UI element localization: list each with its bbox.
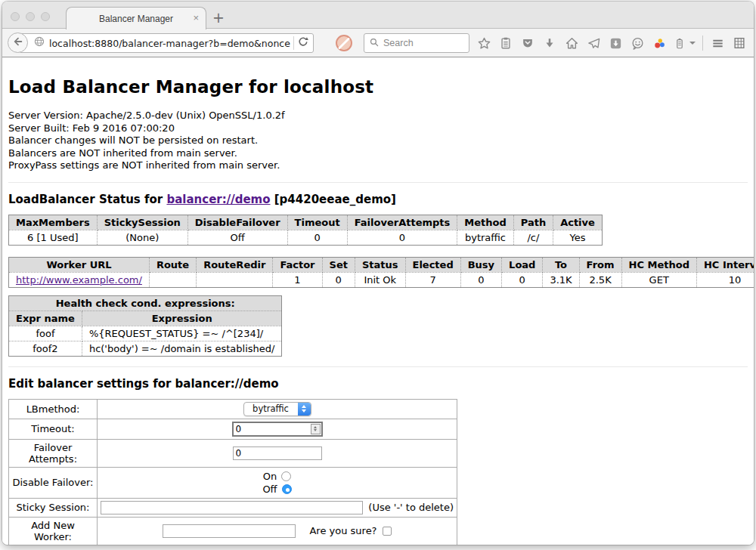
lbmethod-selected-value: bytraffic <box>244 403 298 414</box>
off-label: Off <box>262 484 277 495</box>
disable-failover-label: Disable Failover: <box>9 467 98 498</box>
cell-method: bytraffic <box>457 230 513 245</box>
toolbar-separator <box>702 36 703 51</box>
page-title: Load Balancer Manager for localhost <box>8 77 748 97</box>
server-version-line: Server Version: Apache/2.5.0-dev (Unix) … <box>8 110 748 122</box>
col-timeout: Timeout <box>287 215 347 230</box>
downloads-arrow-icon[interactable] <box>542 36 557 51</box>
col-busy: Busy <box>460 257 501 272</box>
cell-path: /c/ <box>513 230 553 245</box>
status-heading-suffix: [p4420eeae_demo] <box>271 193 396 206</box>
reading-list-icon[interactable] <box>498 36 513 51</box>
cell-busy: 0 <box>460 272 501 287</box>
col-from: From <box>579 257 621 272</box>
are-you-sure-checkbox[interactable] <box>383 527 392 536</box>
url-bar[interactable]: localhost:8880/balancer-manager?b=demo&n… <box>19 33 314 53</box>
send-plane-icon[interactable] <box>586 36 601 51</box>
chevron-down-icon[interactable] <box>689 42 696 45</box>
col-maxmembers: MaxMembers <box>9 215 98 230</box>
col-active: Active <box>553 215 603 230</box>
edit-settings-heading: Edit balancer settings for balancer://de… <box>8 377 748 391</box>
cell-from: 2.5K <box>579 272 621 287</box>
balancer-status-table: MaxMembers StickySession DisableFailover… <box>8 215 603 246</box>
failover-on-radio[interactable] <box>281 471 291 481</box>
cell-expr-name-1: foof <box>9 326 82 341</box>
failover-off-radio[interactable] <box>282 484 292 494</box>
back-button[interactable] <box>8 32 28 53</box>
close-window-button[interactable] <box>11 12 20 21</box>
col-expr-name: Expr name <box>9 311 82 326</box>
col-to: To <box>543 257 579 272</box>
toolbar-icons <box>476 29 747 57</box>
lbmethod-select[interactable]: bytraffic <box>243 402 311 416</box>
col-hc-interval: HC Interval <box>696 257 754 272</box>
timeout-input[interactable] <box>234 424 311 434</box>
col-expression: Expression <box>82 311 282 326</box>
menu-hamburger-icon[interactable] <box>710 36 725 51</box>
cell-to: 3.1K <box>543 272 579 287</box>
cell-expr-name-2: foof2 <box>9 341 82 356</box>
add-worker-input[interactable] <box>163 524 296 538</box>
hc-table-title: Health check cond. expressions: <box>9 295 282 311</box>
number-spinner-icon[interactable] <box>311 424 321 434</box>
feedback-smiley-icon[interactable] <box>630 36 645 51</box>
cell-routeredir <box>197 272 273 287</box>
window-controls[interactable] <box>11 12 50 21</box>
download-box-icon[interactable] <box>608 36 623 51</box>
url-text: localhost:8880/balancer-manager?b=demo&n… <box>49 38 290 49</box>
loadbalancer-status-heading: LoadBalancer Status for balancer://demo … <box>8 193 748 206</box>
hc-row-foof: foof %{REQUEST_STATUS} =~ /^[234]/ <box>9 326 282 341</box>
content-blocker-icon[interactable] <box>336 35 352 51</box>
minimize-window-button[interactable] <box>26 12 35 21</box>
col-status: Status <box>355 257 405 272</box>
cell-stickysession: (None) <box>97 230 187 245</box>
screen: Balancer Manager × + localhost:8880/bala… <box>0 0 756 550</box>
urlbar-divider <box>293 36 294 50</box>
col-route: Route <box>149 257 196 272</box>
select-stepper-icon <box>298 403 311 416</box>
cell-disablefailover: Off <box>187 230 287 245</box>
balancer-header-row: MaxMembers StickySession DisableFailover… <box>9 215 603 230</box>
cell-hc-interval: 10 <box>696 272 754 287</box>
cell-worker-url: http://www.example.com/ <box>9 272 150 287</box>
reload-icon[interactable] <box>297 36 309 51</box>
horizontal-rule <box>8 182 748 183</box>
new-tab-button[interactable]: + <box>212 8 225 26</box>
col-set: Set <box>322 257 355 272</box>
sticky-session-row: Sticky Session: (Use '-' to delete) <box>9 498 457 517</box>
col-path: Path <box>513 215 553 230</box>
cell-active: Yes <box>553 230 603 245</box>
failover-attempts-label: Failover Attempts: <box>9 439 98 467</box>
navigation-toolbar: localhost:8880/balancer-manager?b=demo&n… <box>2 29 754 57</box>
worker-url-link[interactable]: http://www.example.com/ <box>16 274 142 286</box>
tab-title: Balancer Manager <box>99 14 173 24</box>
balancer-demo-link[interactable]: balancer://demo <box>166 193 270 206</box>
col-elected: Elected <box>405 257 460 272</box>
search-bar[interactable] <box>364 33 469 53</box>
timeout-row: Timeout: <box>9 419 457 439</box>
timeout-input-wrap <box>232 422 323 437</box>
search-icon <box>369 36 380 51</box>
colored-dots-extension-icon[interactable] <box>652 36 667 51</box>
tab-grid-icon[interactable] <box>732 36 747 51</box>
failover-attempts-input[interactable] <box>233 446 322 460</box>
zoom-window-button[interactable] <box>41 12 50 21</box>
cell-route <box>149 272 196 287</box>
home-icon[interactable] <box>564 36 579 51</box>
pocket-icon[interactable] <box>520 36 535 51</box>
tab-close-icon[interactable]: × <box>193 12 199 24</box>
failover-attempts-row: Failover Attempts: <box>9 439 457 467</box>
server-built-line: Server Built: Feb 9 2016 07:00:20 <box>8 122 748 135</box>
col-routeredir: RouteRedir <box>197 257 273 272</box>
failover-off-option: Off <box>101 483 454 496</box>
browser-window: Balancer Manager × + localhost:8880/bala… <box>2 2 754 545</box>
cell-failoverattempts: 0 <box>347 230 457 245</box>
search-input[interactable] <box>383 38 464 48</box>
worker-header-row: Worker URL Route RouteRedir Factor Set S… <box>9 257 754 272</box>
tab-balancer-manager[interactable]: Balancer Manager × <box>66 7 206 29</box>
sticky-session-input[interactable] <box>101 501 363 514</box>
back-arrow-icon <box>12 36 24 51</box>
battery-extension-icon[interactable] <box>674 36 686 51</box>
on-label: On <box>263 471 277 482</box>
bookmark-star-icon[interactable] <box>476 36 491 51</box>
